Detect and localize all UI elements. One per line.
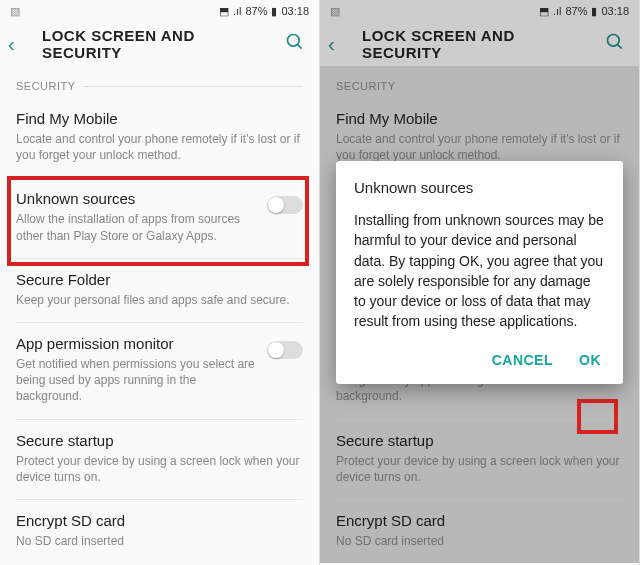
item-find-my-mobile[interactable]: Find My MobileLocate and control your ph… [0,98,319,177]
clock: 03:18 [601,5,629,17]
item-app-permission-monitor[interactable]: App permission monitorGet notified when … [0,323,319,419]
signal-icon: .ıl [233,5,242,17]
back-icon[interactable]: ‹ [328,33,350,56]
picture-icon: ▧ [10,5,20,18]
search-icon[interactable] [285,32,305,56]
phone-right: ▧ ⬒ .ıl 87% ▮ 03:18 ‹ LOCK SCREEN AND SE… [320,0,640,565]
page-title: LOCK SCREEN AND SECURITY [42,27,273,61]
dialog-title: Unknown sources [354,179,605,196]
toggle-unknown-sources[interactable] [267,196,303,214]
picture-icon: ▧ [330,5,340,18]
battery-icon: ▮ [591,5,597,18]
item-desc: Protect your device by using a screen lo… [336,453,623,485]
section-header: SECURITY [0,66,319,98]
item-desc: Get notified when permissions you select… [16,356,257,405]
item-desc: Locate and control your phone remotely i… [16,131,303,163]
item-title: Find My Mobile [16,110,303,127]
download-icon: ⬒ [219,5,229,18]
battery-icon: ▮ [271,5,277,18]
item-secure-startup[interactable]: Secure startupProtect your device by usi… [320,420,639,499]
page-title: LOCK SCREEN AND SECURITY [362,27,593,61]
app-header: ‹ LOCK SCREEN AND SECURITY [320,22,639,66]
svg-line-1 [298,45,302,49]
section-label: SECURITY [336,80,396,92]
item-unknown-sources[interactable]: Unknown sourcesAllow the installation of… [0,178,319,257]
item-title: Encrypt SD card [336,512,623,529]
item-title: Encrypt SD card [16,512,303,529]
dialog-body: Installing from unknown sources may be h… [354,210,605,332]
ok-button[interactable]: OK [579,352,601,368]
item-encrypt-sd[interactable]: Encrypt SD cardNo SD card inserted [0,500,319,563]
item-desc: No SD card inserted [16,533,303,549]
item-desc: No SD card inserted [336,533,623,549]
signal-icon: .ıl [553,5,562,17]
section-header: SECURITY [320,66,639,98]
battery-percent: 87% [245,5,267,17]
status-bar: ▧ ⬒ .ıl 87% ▮ 03:18 [320,0,639,22]
app-header: ‹ LOCK SCREEN AND SECURITY [0,22,319,66]
item-title: Secure Folder [16,271,303,288]
toggle-permission-monitor[interactable] [267,341,303,359]
cancel-button[interactable]: CANCEL [492,352,553,368]
svg-point-2 [608,35,620,47]
search-icon[interactable] [605,32,625,56]
phone-left: ▧ ⬒ .ıl 87% ▮ 03:18 ‹ LOCK SCREEN AND SE… [0,0,320,565]
dialog-unknown-sources: Unknown sources Installing from unknown … [336,161,623,384]
download-icon: ⬒ [539,5,549,18]
back-icon[interactable]: ‹ [8,33,30,56]
item-desc: Allow the installation of apps from sour… [16,211,257,243]
status-bar: ▧ ⬒ .ıl 87% ▮ 03:18 [0,0,319,22]
item-desc: Protect your device by using a screen lo… [16,453,303,485]
svg-line-3 [618,45,622,49]
clock: 03:18 [281,5,309,17]
item-title: Unknown sources [16,190,257,207]
svg-point-0 [288,35,300,47]
item-secure-folder[interactable]: Secure FolderKeep your personal files an… [0,259,319,322]
item-desc: Keep your personal files and apps safe a… [16,292,303,308]
item-title: Secure startup [16,432,303,449]
item-title: Secure startup [336,432,623,449]
item-secure-startup[interactable]: Secure startupProtect your device by usi… [0,420,319,499]
battery-percent: 87% [565,5,587,17]
item-encrypt-sd[interactable]: Encrypt SD cardNo SD card inserted [320,500,639,563]
section-label: SECURITY [16,80,76,92]
item-desc: Locate and control your phone remotely i… [336,131,623,163]
item-title: Find My Mobile [336,110,623,127]
item-title: App permission monitor [16,335,257,352]
